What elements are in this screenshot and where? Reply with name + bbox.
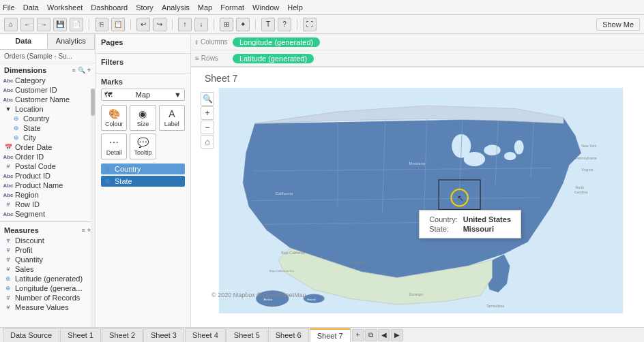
tab-scroll-left-btn[interactable]: ◀	[378, 329, 390, 341]
menu-file[interactable]: File	[3, 3, 15, 12]
marks-buttons-grid: 🎨 Colour ◉ Size A Label ⋯ Detail 💬 T	[101, 105, 185, 159]
field-state[interactable]: ⊕ State	[0, 123, 95, 133]
data-tab[interactable]: Data	[0, 34, 48, 49]
field-postal-code[interactable]: # Postal Code	[0, 161, 95, 171]
toolbar-sort-desc-btn[interactable]: ↓	[194, 18, 208, 31]
field-region[interactable]: Abc Region	[0, 190, 95, 200]
field-quantity[interactable]: # Quantity	[0, 255, 95, 264]
dim-sort-btn[interactable]: ≡	[72, 67, 75, 74]
toolbar-highlight-btn[interactable]: ✦	[236, 18, 250, 31]
zoom-home-btn[interactable]: ⌂	[201, 135, 214, 149]
tab-sheet4[interactable]: Sheet 4	[185, 328, 226, 342]
field-customer-name[interactable]: Abc Customer Name	[0, 95, 95, 104]
state-label-mt: Montana	[409, 161, 426, 166]
marks-tooltip-btn[interactable]: 💬 Tooltip	[130, 134, 156, 159]
new-sheet-btn[interactable]: +	[352, 329, 364, 341]
toolbar-fit-btn[interactable]: ⛶	[303, 18, 317, 31]
show-me-button[interactable]: Show Me	[596, 18, 640, 31]
toolbar-paste-btn[interactable]: 📋	[111, 18, 125, 31]
toolbar-undo-btn[interactable]: ↩	[136, 18, 150, 31]
toolbar-redo-btn[interactable]: ↪	[153, 18, 166, 31]
marks-field-country[interactable]: ⊕ Country	[101, 164, 185, 174]
marks-label-btn[interactable]: A Label	[159, 105, 185, 131]
tab-label: Data Source	[10, 331, 52, 339]
tab-sheet6[interactable]: Sheet 6	[268, 328, 309, 342]
tab-data-source[interactable]: Data Source	[3, 328, 59, 342]
field-row-id[interactable]: # Row ID	[0, 200, 95, 209]
field-country[interactable]: ⊕ Country	[0, 114, 95, 123]
menu-worksheet[interactable]: Worksheet	[47, 3, 83, 12]
latitude-pill[interactable]: Latitude (generated)	[233, 54, 314, 63]
duplicate-sheet-btn[interactable]: ⧉	[365, 329, 377, 341]
toolbar-forward-btn[interactable]: →	[37, 18, 50, 31]
measures-sort-btn[interactable]: ≡	[81, 227, 85, 234]
marks-type-select[interactable]: 🗺 Map ▼	[101, 89, 185, 101]
zoom-in-btn[interactable]: +	[201, 106, 214, 120]
field-category[interactable]: Abc Category	[0, 76, 95, 85]
field-location-folder[interactable]: ▼ Location	[0, 104, 95, 114]
field-latitude[interactable]: ⊕ Latitude (generated)	[0, 274, 95, 283]
toolbar-save-btn[interactable]: 💾	[53, 18, 67, 31]
toolbar-new-btn[interactable]: 📄	[70, 18, 83, 31]
field-product-name[interactable]: Abc Product Name	[0, 181, 95, 190]
tab-sheet1[interactable]: Sheet 1	[60, 328, 101, 342]
field-label: Order Date	[15, 143, 52, 151]
marks-colour-btn[interactable]: 🎨 Colour	[101, 105, 127, 131]
menu-help[interactable]: Help	[287, 3, 303, 12]
field-sales[interactable]: # Sales	[0, 264, 95, 274]
map-container[interactable]: ↖ California Montana Baja California Baj…	[198, 88, 644, 313]
dimensions-list: Abc Category Abc Customer ID Abc Custome…	[0, 76, 95, 327]
geo-icon: ⊕	[104, 165, 112, 173]
tab-sheet3[interactable]: Sheet 3	[143, 328, 184, 342]
menu-window[interactable]: Window	[252, 3, 279, 12]
data-source-info[interactable]: Orders (Sample - Su...	[0, 50, 95, 63]
tab-label: Sheet 5	[234, 331, 260, 339]
field-discount[interactable]: # Discount	[0, 236, 95, 245]
dim-add-btn[interactable]: +	[87, 67, 91, 74]
field-label: Profit	[15, 246, 33, 254]
folder-arrow-icon: ▼	[4, 105, 12, 113]
longitude-pill[interactable]: Longitude (generated)	[233, 37, 320, 47]
menu-format[interactable]: Format	[220, 3, 244, 12]
field-number-records[interactable]: # Number of Records	[0, 293, 95, 302]
left-scrollbar[interactable]	[91, 89, 95, 327]
tab-scroll-right-btn[interactable]: ▶	[391, 329, 403, 341]
toolbar-filter-btn[interactable]: ⊞	[220, 18, 233, 31]
field-label: Longitude (genera...	[15, 284, 82, 292]
zoom-out-btn[interactable]: −	[201, 121, 214, 134]
main-area: Data Analytics Orders (Sample - Su... Di…	[0, 34, 644, 327]
abc-icon: Abc	[4, 76, 12, 84]
toolbar-copy-btn[interactable]: ⎘	[95, 18, 108, 31]
toolbar-back-btn[interactable]: ←	[20, 18, 34, 31]
tab-sheet7[interactable]: Sheet 7	[310, 328, 351, 342]
marks-btn-label: Tooltip	[134, 149, 151, 156]
tab-sheet2[interactable]: Sheet 2	[102, 328, 143, 342]
field-city[interactable]: ⊕ City	[0, 133, 95, 142]
menu-story[interactable]: Story	[136, 3, 153, 12]
field-customer-id[interactable]: Abc Customer ID	[0, 85, 95, 95]
menu-analysis[interactable]: Analysis	[162, 3, 190, 12]
field-measure-values[interactable]: # Measure Values	[0, 302, 95, 312]
zoom-search-btn[interactable]: 🔍	[201, 92, 214, 106]
toolbar-sort-asc-btn[interactable]: ↑	[178, 18, 192, 31]
field-order-id[interactable]: Abc Order ID	[0, 152, 95, 161]
field-segment[interactable]: Abc Segment	[0, 209, 95, 219]
analytics-tab[interactable]: Analytics	[48, 34, 96, 49]
toolbar-label-btn[interactable]: T	[261, 18, 275, 31]
menu-data[interactable]: Data	[23, 3, 39, 12]
field-profit[interactable]: # Profit	[0, 245, 95, 255]
menu-dashboard[interactable]: Dashboard	[91, 3, 128, 12]
field-label: Discount	[15, 236, 44, 245]
toolbar-tooltip-btn[interactable]: ?	[278, 18, 291, 31]
toolbar-home-btn[interactable]: ⌂	[4, 18, 18, 31]
marks-size-btn[interactable]: ◉ Size	[130, 105, 156, 131]
marks-field-state[interactable]: ⊕ State	[101, 176, 185, 187]
dim-search-btn[interactable]: 🔍	[78, 67, 85, 74]
tab-sheet5[interactable]: Sheet 5	[226, 328, 267, 342]
field-longitude[interactable]: ⊕ Longitude (genera...	[0, 283, 95, 293]
field-order-date[interactable]: 📅 Order Date	[0, 142, 95, 152]
field-label: Segment	[15, 210, 45, 218]
menu-map[interactable]: Map	[198, 3, 212, 12]
marks-detail-btn[interactable]: ⋯ Detail	[101, 134, 127, 159]
field-product-id[interactable]: Abc Product ID	[0, 171, 95, 181]
